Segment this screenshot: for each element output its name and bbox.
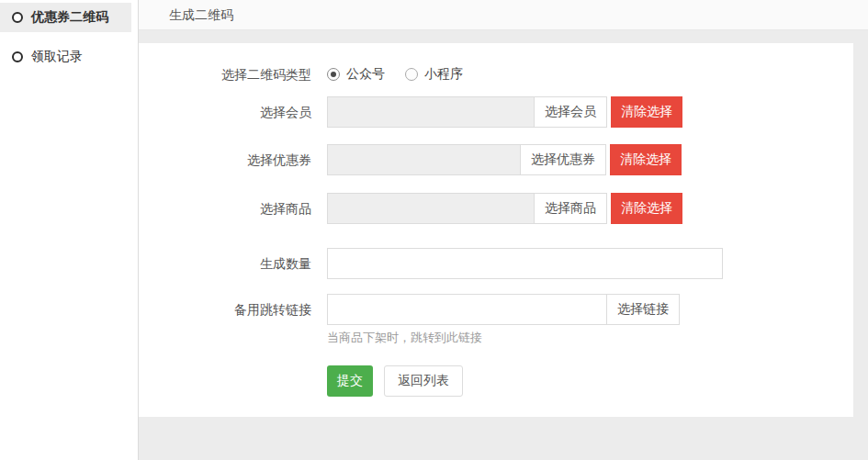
clear-goods-button[interactable]: 清除选择: [611, 193, 682, 224]
circle-icon: [12, 51, 23, 62]
member-row: 选择会员 选择会员 清除选择: [139, 96, 853, 128]
fallback-link-input-group: 选择链接: [327, 294, 680, 325]
sidebar-item-label: 优惠券二维码: [31, 9, 108, 26]
qr-type-label: 选择二维码类型: [139, 59, 327, 90]
member-input-group: 选择会员 清除选择: [327, 96, 682, 128]
goods-label: 选择商品: [139, 193, 327, 224]
actions-row: 提交 返回列表: [139, 365, 853, 397]
submit-button[interactable]: 提交: [327, 365, 373, 397]
radio-official-account[interactable]: 公众号: [327, 66, 385, 83]
page-title: 生成二维码: [139, 0, 868, 30]
sidebar: 优惠券二维码 领取记录: [0, 0, 139, 460]
main-content: 生成二维码 选择二维码类型 公众号 小程序 选择会员: [139, 0, 868, 460]
quantity-label: 生成数量: [139, 248, 327, 279]
quantity-input[interactable]: [327, 248, 723, 279]
app-window: 优惠券二维码 领取记录 生成二维码 选择二维码类型 公众号 小程序: [0, 0, 868, 460]
coupon-label: 选择优惠券: [139, 144, 327, 175]
radio-mini-program[interactable]: 小程序: [405, 66, 463, 83]
goods-row: 选择商品 选择商品 清除选择: [139, 193, 853, 224]
member-value-field: [327, 96, 535, 128]
qr-type-radio-group: 公众号 小程序: [327, 59, 483, 90]
member-label: 选择会员: [139, 96, 327, 128]
circle-icon: [12, 12, 23, 23]
goods-input-group: 选择商品 清除选择: [327, 193, 682, 224]
sidebar-item-label: 领取记录: [31, 49, 83, 65]
goods-value-field: [327, 193, 535, 224]
fallback-link-hint: 当商品下架时，跳转到此链接: [327, 331, 853, 345]
coupon-row: 选择优惠券 选择优惠券 清除选择: [139, 144, 853, 175]
qr-type-row: 选择二维码类型 公众号 小程序: [139, 59, 853, 90]
select-member-button[interactable]: 选择会员: [534, 96, 607, 128]
form-card: 选择二维码类型 公众号 小程序 选择会员 选择会员: [139, 43, 853, 417]
fallback-link-label: 备用跳转链接: [139, 294, 327, 325]
fallback-link-row: 备用跳转链接 选择链接: [139, 294, 853, 325]
quantity-row: 生成数量: [139, 248, 853, 279]
sidebar-item-claim-records[interactable]: 领取记录: [0, 42, 131, 72]
clear-member-button[interactable]: 清除选择: [611, 96, 682, 128]
fallback-link-input[interactable]: [327, 294, 607, 325]
radio-label: 公众号: [346, 66, 385, 83]
select-goods-button[interactable]: 选择商品: [534, 193, 607, 224]
back-to-list-button[interactable]: 返回列表: [384, 365, 463, 397]
coupon-input-group: 选择优惠券 清除选择: [327, 144, 682, 175]
clear-coupon-button[interactable]: 清除选择: [610, 144, 682, 175]
radio-icon[interactable]: [327, 68, 340, 81]
select-link-button[interactable]: 选择链接: [606, 294, 680, 325]
radio-label: 小程序: [424, 66, 463, 83]
coupon-value-field: [327, 144, 521, 175]
sidebar-item-coupon-qrcode[interactable]: 优惠券二维码: [0, 3, 131, 32]
select-coupon-button[interactable]: 选择优惠券: [520, 144, 606, 175]
radio-icon[interactable]: [405, 68, 418, 81]
